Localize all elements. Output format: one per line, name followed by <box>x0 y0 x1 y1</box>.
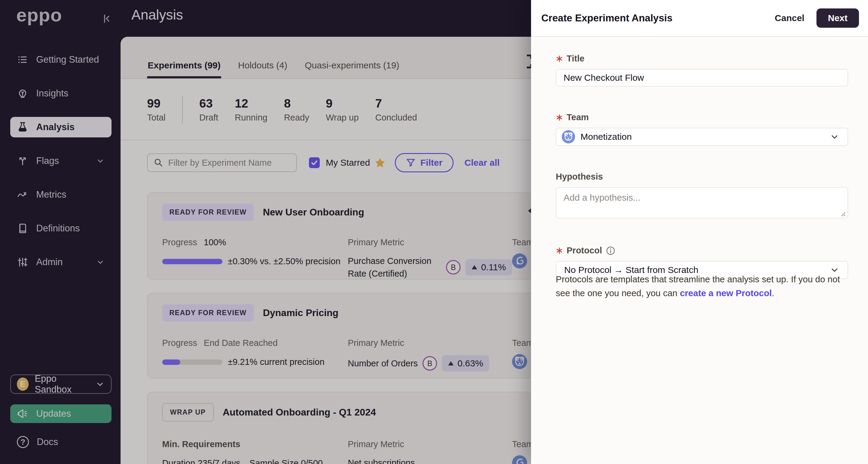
drawer-body: Title Team Monetization <box>531 37 868 300</box>
required-asterisk-icon <box>556 247 563 254</box>
create-experiment-analysis-drawer: Create Experiment Analysis Cancel Next T… <box>531 0 868 464</box>
protocol-helper-text: Protocols are templates that streamline … <box>556 272 848 300</box>
cancel-button[interactable]: Cancel <box>775 13 804 23</box>
hypothesis-field-label: Hypothesis <box>556 172 603 182</box>
team-select-value: Monetization <box>581 132 632 142</box>
team-avatar-bear-icon <box>562 130 575 144</box>
resize-handle-icon[interactable] <box>839 210 846 217</box>
drawer-title: Create Experiment Analysis <box>541 12 673 24</box>
title-field-group: Title <box>556 54 848 87</box>
required-asterisk-icon <box>556 55 563 62</box>
next-button[interactable]: Next <box>816 8 859 28</box>
info-icon[interactable] <box>606 246 615 255</box>
required-asterisk-icon <box>556 114 563 121</box>
title-field-label: Title <box>567 54 584 64</box>
helper-text-after: . <box>772 288 774 298</box>
drawer-header: Create Experiment Analysis Cancel Next <box>531 0 868 37</box>
protocol-field-label: Protocol <box>567 246 602 255</box>
team-field-group: Team Monetization <box>556 113 848 146</box>
chevron-down-icon <box>830 132 840 142</box>
hypothesis-textarea[interactable] <box>556 187 848 218</box>
create-new-protocol-link[interactable]: create a new Protocol <box>680 288 772 298</box>
team-select[interactable]: Monetization <box>556 128 848 146</box>
team-field-label: Team <box>567 113 589 122</box>
app-root: eppo Getting Started Insights <box>0 0 868 464</box>
hypothesis-field-group: Hypothesis <box>556 172 848 220</box>
title-input[interactable] <box>556 69 848 87</box>
